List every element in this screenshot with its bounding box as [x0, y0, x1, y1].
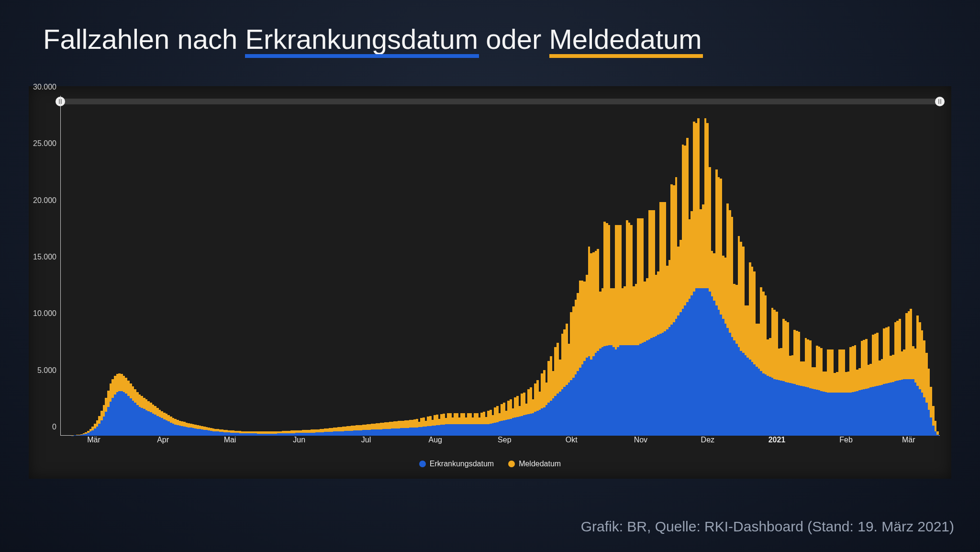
chart-plot-area	[60, 96, 940, 436]
y-tick-label: 30.000	[33, 83, 56, 91]
x-tick-label: Okt	[566, 436, 578, 444]
x-tick-label: Sep	[498, 436, 511, 444]
x-tick-label: Feb	[839, 436, 853, 444]
x-tick-label: Nov	[634, 436, 647, 444]
y-tick-label: 20.000	[33, 196, 56, 205]
x-tick-label: Apr	[157, 436, 169, 444]
y-tick-label: 0	[52, 423, 56, 431]
x-tick-label: Mai	[224, 436, 236, 444]
y-tick-label: 5.000	[37, 366, 56, 375]
chart-bars	[60, 96, 940, 436]
x-tick-label: Dez	[701, 436, 714, 444]
title-underline-erkrankung: Erkrankungsdatum	[245, 23, 478, 55]
page-title: Fallzahlen nach Erkrankungsdatum oder Me…	[43, 23, 702, 55]
y-tick-label: 25.000	[33, 139, 56, 148]
bar-day	[939, 96, 941, 436]
legend-label-a: Erkrankungsdatum	[430, 460, 494, 468]
legend-item-erkrankung: Erkrankungsdatum	[419, 460, 494, 468]
title-pre: Fallzahlen nach	[43, 23, 245, 55]
x-tick-label: Jul	[361, 436, 371, 444]
title-mid: oder	[478, 23, 549, 55]
legend-item-melde: Meldedatum	[508, 460, 561, 468]
y-axis: 05.00010.00015.00020.00025.00030.000	[29, 96, 60, 436]
x-tick-label: Mär	[87, 436, 100, 444]
legend-swatch-blue-icon	[419, 461, 426, 467]
chart-legend: Erkrankungsdatum Meldedatum	[29, 460, 951, 468]
chart-container: 05.00010.00015.00020.00025.00030.000 Mär…	[29, 86, 951, 479]
y-tick-label: 10.000	[33, 309, 56, 318]
x-tick-label: Jun	[293, 436, 305, 444]
x-axis: MärAprMaiJunJulAugSepOktNovDez2021FebMär	[60, 436, 940, 450]
legend-label-b: Meldedatum	[519, 460, 561, 468]
source-credit: Grafik: BR, Quelle: RKI-Dashboard (Stand…	[581, 518, 954, 535]
x-tick-label: Aug	[428, 436, 442, 444]
x-tick-label: 2021	[768, 436, 786, 444]
y-tick-label: 15.000	[33, 253, 56, 261]
x-tick-label: Mär	[902, 436, 915, 444]
legend-swatch-orange-icon	[508, 461, 515, 467]
title-underline-melde: Meldedatum	[549, 23, 702, 55]
